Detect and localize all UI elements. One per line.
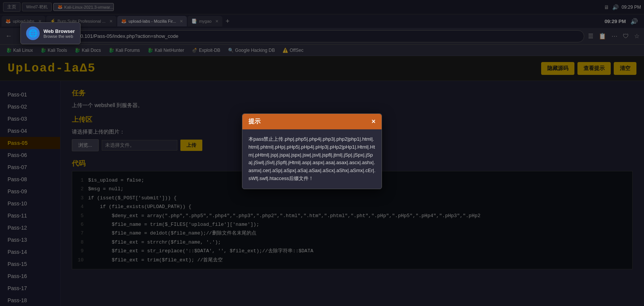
modal-body: 本pass禁止上传.php|.php5|.php4|.php3|.php2|ph…	[242, 129, 382, 189]
modal-close-button[interactable]: ×	[371, 118, 376, 126]
wb-tooltip-text: Web Browser Browse the web	[43, 28, 75, 39]
browser-globe-icon: 🌐	[26, 26, 40, 40]
wb-subtitle: Browse the web	[43, 34, 75, 39]
web-browser-tooltip: 🌐 Web Browser Browse the web	[20, 22, 81, 44]
wb-title: Web Browser	[43, 28, 75, 34]
modal-title: 提示	[248, 118, 261, 126]
modal-dialog: 提示 × 本pass禁止上传.php|.php5|.php4|.php3|.ph…	[242, 113, 382, 189]
modal-header: 提示 ×	[242, 114, 382, 129]
